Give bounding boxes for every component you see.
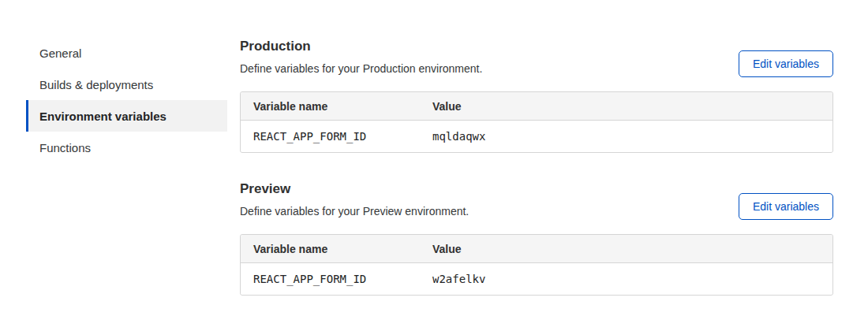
sidebar-item-label: Functions [39,141,91,154]
column-header-value: Value [420,235,832,262]
column-header-value: Value [420,92,832,120]
settings-page: General Builds & deployments Environment… [0,0,868,331]
sidebar-item-general[interactable]: General [26,37,227,69]
sidebar-item-environment-variables[interactable]: Environment variables [26,100,227,132]
sidebar-item-label: General [39,46,81,60]
edit-variables-button-preview[interactable]: Edit variables [739,193,833,220]
sidebar-item-functions[interactable]: Functions [26,132,227,163]
table-row: REACT_APP_FORM_ID mqldaqwx [241,121,832,152]
table-header-row: Variable name Value [241,235,832,263]
column-header-variable-name: Variable name [241,235,420,262]
production-variables-table: Variable name Value REACT_APP_FORM_ID mq… [240,91,833,153]
variable-value-cell: w2afelkv [420,263,832,295]
production-section: Production Define variables for your Pro… [240,38,833,153]
table-row: REACT_APP_FORM_ID w2afelkv [241,263,832,295]
sidebar-item-label: Builds & deployments [39,78,153,91]
variable-name-cell: REACT_APP_FORM_ID [241,263,420,295]
settings-sidebar: General Builds & deployments Environment… [26,37,227,163]
preview-variables-table: Variable name Value REACT_APP_FORM_ID w2… [240,234,833,296]
sidebar-item-builds-deployments[interactable]: Builds & deployments [26,69,227,100]
variable-value-cell: mqldaqwx [420,121,832,152]
edit-variables-button-production[interactable]: Edit variables [739,50,833,77]
sidebar-item-label: Environment variables [39,110,166,123]
variable-name-cell: REACT_APP_FORM_ID [241,121,420,152]
environment-variables-panel: Production Define variables for your Pro… [240,0,833,296]
table-header-row: Variable name Value [241,92,832,121]
preview-section: Preview Define variables for your Previe… [240,180,833,296]
column-header-variable-name: Variable name [241,92,420,120]
